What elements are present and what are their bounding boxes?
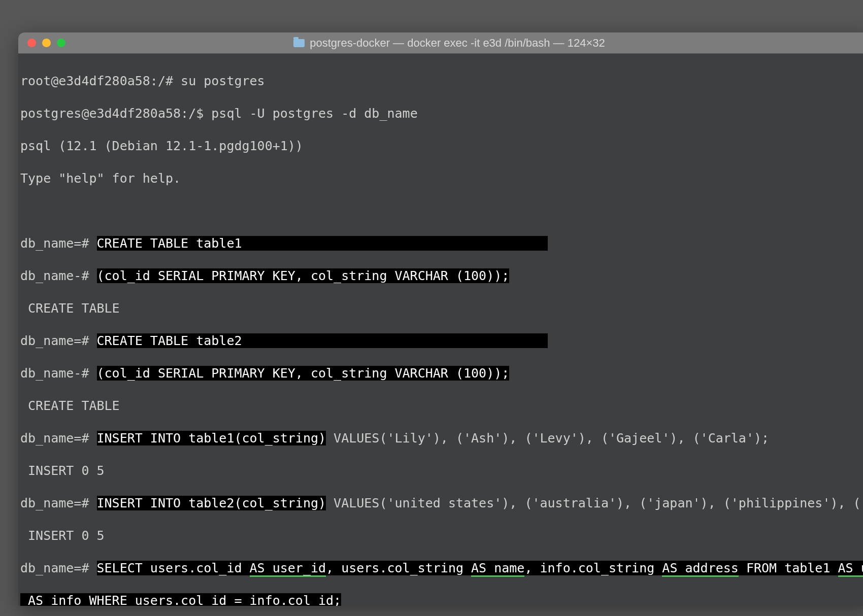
prompt: db_name-# [20, 268, 97, 283]
prompt: root@e3d4df280a58:/# [20, 74, 181, 88]
titlebar[interactable]: postgres-docker — docker exec -it e3d /b… [18, 32, 863, 54]
window-title-group: postgres-docker — docker exec -it e3d /b… [72, 37, 827, 50]
sql-select: SELECT users.col_id AS user_id, users.co… [97, 561, 863, 575]
output-line: INSERT 0 5 [20, 463, 105, 478]
sql-highlight: (col_id SERIAL PRIMARY KEY, col_string V… [97, 268, 510, 283]
sql-highlight: CREATE TABLE table1 [97, 236, 242, 251]
prompt: db_name=# [20, 496, 97, 510]
command: su postgres [181, 74, 265, 88]
close-icon[interactable] [27, 39, 36, 47]
sql-select-cont: AS info WHERE users.col_id = info.col_id… [20, 593, 341, 606]
zoom-icon[interactable] [57, 39, 65, 47]
output-line: INSERT 0 5 [20, 528, 105, 543]
sql-highlight: (col_id SERIAL PRIMARY KEY, col_string V… [97, 366, 510, 381]
window-title: postgres-docker — docker exec -it e3d /b… [310, 37, 605, 50]
output-line: Type "help" for help. [20, 171, 181, 186]
sql-highlight: INSERT INTO table1(col_string) [97, 431, 326, 446]
prompt: db_name=# [20, 333, 97, 348]
terminal-body[interactable]: root@e3d4df280a58:/# su postgres postgre… [18, 54, 863, 606]
sql-highlight: INSERT INTO table2(col_string) [97, 496, 326, 510]
prompt: db_name-# [20, 366, 97, 381]
sql-highlight: CREATE TABLE table2 [97, 333, 242, 348]
prompt: db_name=# [20, 431, 97, 446]
prompt: postgres@e3d4df280a58:/$ [20, 106, 211, 121]
output-line: CREATE TABLE [20, 398, 120, 413]
folder-icon [293, 39, 305, 47]
sql-rest: VALUES('united states'), ('australia'), … [326, 496, 863, 510]
minimize-icon[interactable] [42, 39, 51, 47]
prompt: db_name=# [20, 236, 97, 251]
window-controls [27, 39, 65, 47]
command: psql -U postgres -d db_name [211, 106, 417, 121]
terminal-window: postgres-docker — docker exec -it e3d /b… [18, 32, 863, 606]
output-line: CREATE TABLE [20, 301, 120, 316]
prompt: db_name=# [20, 561, 97, 575]
sql-rest: VALUES('Lily'), ('Ash'), ('Levy'), ('Gaj… [326, 431, 769, 446]
output-line: psql (12.1 (Debian 12.1-1.pgdg100+1)) [20, 139, 303, 153]
